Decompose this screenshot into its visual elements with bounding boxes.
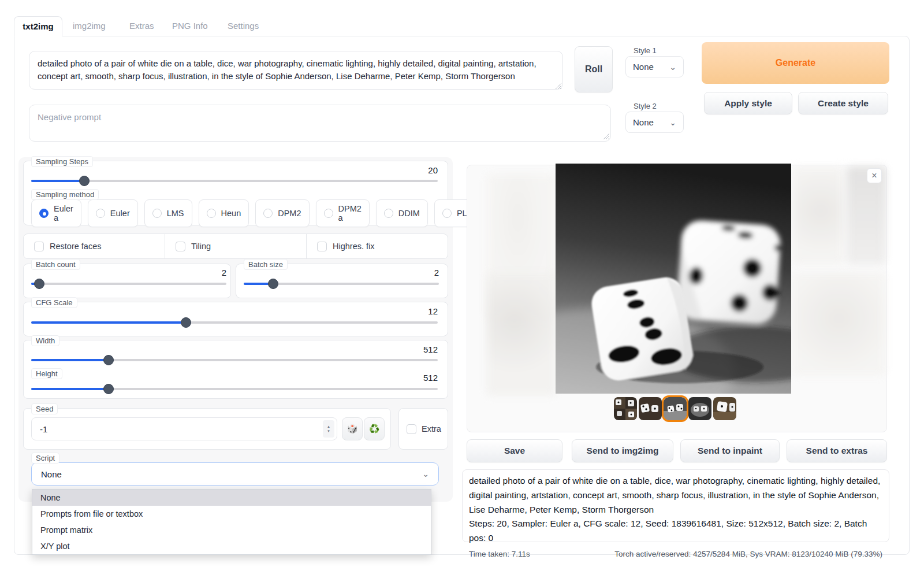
seed-stepper[interactable]: ▴ ▾ bbox=[323, 420, 334, 438]
tab-settings[interactable]: Settings bbox=[228, 21, 259, 31]
restore-faces-checkbox[interactable] bbox=[34, 242, 44, 251]
spinner-down-icon[interactable]: ▾ bbox=[327, 429, 330, 433]
style2-value: None bbox=[633, 117, 654, 127]
radio-icon[interactable] bbox=[96, 209, 105, 218]
send-to-inpaint-button[interactable]: Send to inpaint bbox=[680, 439, 780, 462]
radio-dpm2[interactable]: DPM2 bbox=[255, 199, 309, 227]
dice-icon: 🎲 bbox=[347, 424, 358, 434]
sampling-steps-slider[interactable] bbox=[31, 176, 438, 186]
width-value: 512 bbox=[31, 344, 438, 354]
script-option-none[interactable]: None bbox=[32, 490, 431, 506]
gallery-thumbnail-4[interactable] bbox=[688, 397, 711, 420]
spinner-up-icon[interactable]: ▴ bbox=[327, 424, 330, 429]
chevron-down-icon: ⌄ bbox=[422, 469, 429, 479]
prompt-input[interactable]: detailed photo of a pair of white die on… bbox=[29, 51, 563, 90]
radio-icon[interactable] bbox=[207, 209, 216, 218]
gallery-thumbnail-1[interactable] bbox=[614, 397, 637, 420]
seed-input[interactable] bbox=[31, 417, 337, 440]
tab-txt2img[interactable]: txt2img bbox=[14, 16, 62, 36]
slider-track[interactable] bbox=[31, 359, 438, 361]
negative-prompt-input[interactable] bbox=[29, 105, 611, 142]
radio-euler-a[interactable]: Euler a bbox=[31, 199, 81, 227]
tab-img2img[interactable]: img2img bbox=[73, 21, 106, 31]
height-value: 512 bbox=[31, 373, 438, 383]
slider-track[interactable] bbox=[31, 180, 438, 182]
radio-heun[interactable]: Heun bbox=[199, 199, 249, 227]
style1-select[interactable]: None ⌄ bbox=[625, 56, 684, 77]
script-select[interactable]: None ⌄ bbox=[31, 462, 439, 486]
tiling-cell: Tiling bbox=[165, 234, 306, 258]
gallery-thumbnail-2[interactable] bbox=[639, 397, 662, 420]
batch-size-slider[interactable] bbox=[244, 279, 439, 289]
batch-count-slider[interactable] bbox=[31, 279, 226, 289]
chevron-down-icon: ⌄ bbox=[669, 62, 676, 72]
random-seed-button[interactable]: 🎲 bbox=[342, 417, 363, 440]
send-to-extras-button[interactable]: Send to extras bbox=[787, 439, 887, 462]
extra-seed-checkbox[interactable] bbox=[407, 424, 416, 434]
radio-icon[interactable] bbox=[263, 209, 273, 218]
slider-track[interactable] bbox=[31, 321, 438, 324]
thumbnail-dice-image bbox=[639, 397, 662, 420]
radio-icon[interactable] bbox=[152, 209, 162, 218]
chevron-down-icon: ⌄ bbox=[669, 118, 676, 127]
width-slider-knob[interactable] bbox=[103, 355, 114, 365]
slider-track[interactable] bbox=[31, 283, 226, 285]
extra-seed-box: Extra bbox=[398, 408, 448, 450]
gallery-ghost-image bbox=[792, 166, 844, 265]
slider-track[interactable] bbox=[31, 388, 438, 390]
thumbnail-dice-image bbox=[664, 397, 687, 420]
height-slider[interactable] bbox=[31, 384, 438, 394]
thumbnail-dice-image bbox=[688, 397, 711, 420]
highres-fix-checkbox[interactable] bbox=[317, 242, 327, 251]
tiling-checkbox[interactable] bbox=[176, 242, 185, 251]
batch-size-slider-knob[interactable] bbox=[268, 279, 278, 289]
radio-ddim[interactable]: DDIM bbox=[376, 199, 428, 227]
time-taken: Time taken: 7.11s bbox=[469, 550, 530, 558]
batch-size-label: Batch size bbox=[244, 259, 288, 270]
batch-count-label: Batch count bbox=[31, 259, 80, 270]
radio-icon[interactable] bbox=[442, 209, 452, 218]
vram-stats: Torch active/reserved: 4257/5284 MiB, Sy… bbox=[614, 550, 882, 558]
close-icon: × bbox=[871, 171, 877, 181]
radio-icon[interactable] bbox=[324, 209, 333, 218]
height-label: Height bbox=[31, 368, 62, 379]
apply-style-button[interactable]: Apply style bbox=[704, 92, 792, 114]
generated-image-dice[interactable] bbox=[556, 164, 791, 394]
gallery-ghost-image bbox=[486, 272, 557, 396]
cfg-scale-slider-knob[interactable] bbox=[181, 317, 191, 328]
radio-icon[interactable] bbox=[384, 209, 393, 218]
recycle-icon: ♻️ bbox=[369, 424, 380, 434]
gallery-thumbnail-3-selected[interactable] bbox=[664, 397, 687, 420]
send-to-img2img-button[interactable]: Send to img2img bbox=[572, 439, 673, 462]
sampling-steps-slider-knob[interactable] bbox=[79, 176, 90, 186]
seed-label: Seed bbox=[31, 403, 58, 414]
sampling-method-label: Sampling method bbox=[31, 189, 99, 200]
close-gallery-button[interactable]: × bbox=[867, 168, 882, 183]
width-slider[interactable] bbox=[31, 355, 438, 365]
script-dropdown-menu: None Prompts from file or textbox Prompt… bbox=[32, 489, 431, 555]
tab-extras[interactable]: Extras bbox=[129, 21, 154, 31]
generate-button[interactable]: Generate bbox=[702, 42, 889, 84]
extra-seed-label: Extra bbox=[422, 424, 441, 433]
script-option-prompts-from-file[interactable]: Prompts from file or textbox bbox=[32, 506, 431, 522]
script-option-xy-plot[interactable]: X/Y plot bbox=[32, 538, 431, 554]
radio-lms[interactable]: LMS bbox=[144, 199, 192, 227]
height-slider-knob[interactable] bbox=[103, 384, 114, 394]
script-label: Script bbox=[31, 453, 59, 464]
style2-label: Style 2 bbox=[629, 101, 661, 111]
cfg-scale-value: 12 bbox=[31, 306, 438, 316]
create-style-button[interactable]: Create style bbox=[798, 92, 888, 114]
script-option-prompt-matrix[interactable]: Prompt matrix bbox=[32, 522, 431, 538]
reuse-seed-button[interactable]: ♻️ bbox=[364, 417, 385, 440]
style1-value: None bbox=[633, 62, 654, 72]
cfg-scale-slider[interactable] bbox=[31, 317, 438, 328]
radio-selected-icon[interactable] bbox=[39, 209, 49, 218]
radio-dpm2-a[interactable]: DPM2 a bbox=[316, 199, 370, 227]
batch-count-slider-knob[interactable] bbox=[34, 279, 44, 289]
gallery-thumbnail-5[interactable] bbox=[713, 397, 736, 420]
tab-png-info[interactable]: PNG Info bbox=[172, 21, 208, 31]
roll-button[interactable]: Roll bbox=[575, 46, 613, 92]
save-button[interactable]: Save bbox=[467, 439, 562, 462]
style2-select[interactable]: None ⌄ bbox=[625, 112, 684, 133]
radio-euler[interactable]: Euler bbox=[88, 199, 138, 227]
